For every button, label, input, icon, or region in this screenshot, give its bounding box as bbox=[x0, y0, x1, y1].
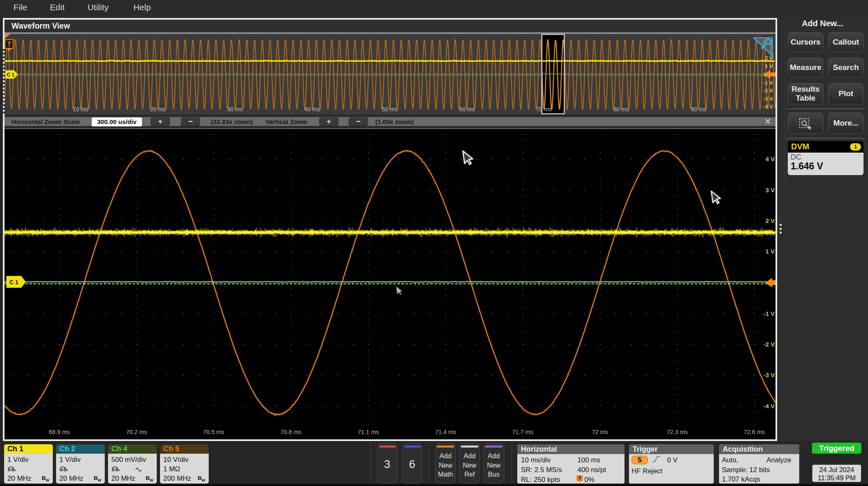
svg-text:-2 V: -2 V bbox=[763, 88, 773, 94]
svg-text:-1 V: -1 V bbox=[763, 310, 775, 317]
svg-text:70.5 ms: 70.5 ms bbox=[203, 429, 224, 435]
svg-text:C 1: C 1 bbox=[7, 72, 15, 78]
svg-text:72.3 ms: 72.3 ms bbox=[667, 429, 688, 435]
svg-text:-4 V: -4 V bbox=[763, 403, 775, 410]
svg-text:71.1 ms: 71.1 ms bbox=[358, 429, 379, 435]
svg-text:2 V: 2 V bbox=[765, 217, 775, 224]
svg-text:10 ms: 10 ms bbox=[73, 106, 88, 112]
svg-text:1 V: 1 V bbox=[765, 248, 775, 255]
svg-text:-3 V: -3 V bbox=[763, 371, 775, 378]
svg-text:90 ms: 90 ms bbox=[691, 106, 706, 112]
svg-text:70.2 ms: 70.2 ms bbox=[126, 429, 147, 435]
svg-text:71.7 ms: 71.7 ms bbox=[512, 429, 533, 435]
svg-text:4 V: 4 V bbox=[765, 155, 775, 162]
svg-text:80 ms: 80 ms bbox=[613, 106, 629, 112]
svg-text:71.4 ms: 71.4 ms bbox=[435, 429, 456, 435]
svg-text:3 V: 3 V bbox=[765, 187, 775, 194]
svg-text:60 ms: 60 ms bbox=[459, 106, 475, 112]
svg-text:30 ms: 30 ms bbox=[227, 106, 243, 112]
svg-text:72.6 ms: 72.6 ms bbox=[744, 429, 765, 435]
svg-text:C 1: C 1 bbox=[9, 279, 18, 286]
svg-text:20 ms: 20 ms bbox=[150, 106, 166, 112]
svg-text:50 ms: 50 ms bbox=[382, 106, 397, 112]
svg-text:-3 V: -3 V bbox=[763, 96, 773, 102]
svg-text:-4 V: -4 V bbox=[763, 104, 773, 110]
svg-text:-2 V: -2 V bbox=[763, 341, 775, 348]
svg-text:70.8 ms: 70.8 ms bbox=[280, 429, 302, 435]
svg-text:70 ms: 70 ms bbox=[536, 106, 552, 112]
svg-text:T: T bbox=[7, 41, 11, 48]
svg-text:1 V: 1 V bbox=[765, 63, 773, 69]
svg-text:-1 V: -1 V bbox=[763, 80, 773, 86]
svg-text:72 ms: 72 ms bbox=[592, 429, 608, 435]
svg-text:40 ms: 40 ms bbox=[304, 106, 320, 112]
svg-text:69.9 ms: 69.9 ms bbox=[49, 429, 70, 435]
